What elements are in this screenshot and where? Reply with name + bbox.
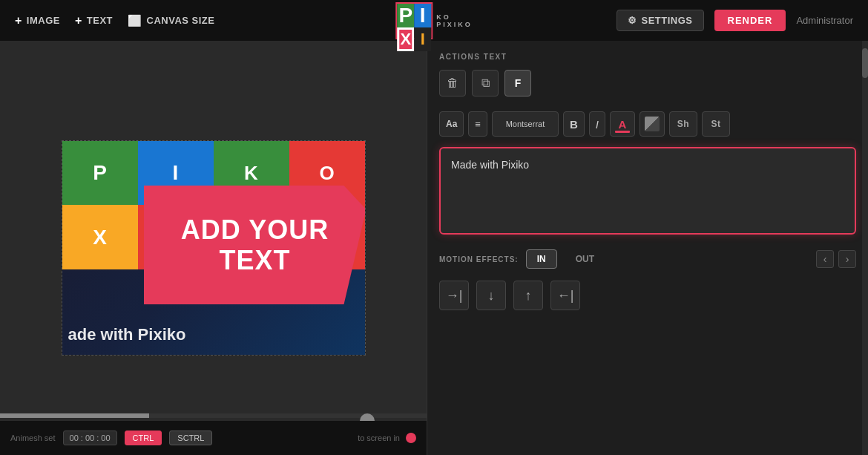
callout-shape: ADD YOUR TEXT [144,186,366,304]
action-icons-row: 🗑 ⧉ F [439,70,856,96]
align-icon: ≡ [475,119,481,130]
logo-cell-i: I [414,4,431,27]
canvas-tile-p: P [62,141,138,205]
logo-text-pixiko: PIXIKO [436,21,473,28]
font-size-button[interactable]: Aa [439,111,464,137]
panel-scrollbar-thumb [862,48,868,78]
canvas-size-button[interactable]: ⬜ CANVAS SIZE [128,14,214,27]
canvas-content: P I X I K O C O ade with Pixiko [62,140,366,356]
text-input-wrapper [439,147,856,235]
motion-icons-row: →| ↓ ↑ ←| [439,281,856,310]
align-button[interactable]: ≡ [468,111,487,137]
settings-button[interactable]: ⚙ SETTINGS [617,10,704,31]
add-text-button[interactable]: + TEXT [75,14,113,27]
bottom-right-controls: to screen in [358,433,416,443]
duplicate-button[interactable]: ⧉ [472,70,499,96]
italic-label: I [596,118,599,131]
main-area: P I X I K O C O ade with Pixiko [0,41,868,455]
canvas-size-label: CANVAS SIZE [147,15,215,26]
aa-icon: Aa [446,119,457,129]
motion-left-in-button[interactable]: ←| [550,281,580,310]
settings-label: SETTINGS [642,15,693,26]
logo-cell-i2: I [414,27,431,51]
admin-label: Administrator [796,15,853,26]
motion-out-tab[interactable]: OUT [565,249,605,269]
timeline-progress [0,413,149,418]
callout-text: ADD YOUR TEXT [181,215,329,276]
canvas-tile-x: X [62,205,138,269]
nav-right-group: ⚙ SETTINGS RENDER Administrator [617,10,853,31]
stroke-button[interactable]: St [702,111,730,137]
arrow-down-icon: ↓ [488,288,495,304]
text-label: TEXT [87,15,113,26]
font-name-label: Montserrat [506,120,545,128]
add-image-button[interactable]: + IMAGE [15,14,60,27]
timeline-right-text: to screen in [358,433,400,442]
nav-left-group: + IMAGE + TEXT ⬜ CANVAS SIZE [15,14,214,27]
canvas-bottom-text: ade with Pixiko [68,325,186,344]
timeline-time: 00 : 00 : 00 [63,431,117,445]
panel-scrollbar[interactable] [862,41,868,455]
motion-effects-row: MOTION EFFECTS: IN OUT ‹ › [439,249,856,269]
background-button[interactable] [640,111,665,137]
canvas-panel: P I X I K O C O ade with Pixiko [0,41,427,455]
gear-icon: ⚙ [628,15,637,26]
shadow-label: Sh [677,119,689,129]
ctrl2-button[interactable]: SCTRL [169,431,212,445]
arrow-left-in-icon: ←| [557,288,574,304]
delete-button[interactable]: 🗑 [439,70,466,96]
shadow-button[interactable]: Sh [669,111,697,137]
bg-icon [645,117,660,131]
color-a-label: A [619,118,627,131]
render-button[interactable]: RENDER [714,10,786,31]
canvas-background: P I X I K O C O ade with Pixiko [62,141,365,355]
logo-text-ko: KO [436,13,473,21]
text-color-button[interactable]: A [610,111,635,137]
right-panel: ACTIONS TEXT 🗑 ⧉ F Aa ≡ Montserrat [427,41,868,455]
motion-right-in-button[interactable]: →| [439,281,469,310]
trash-icon: 🗑 [447,76,458,90]
callout-line2: TEXT [181,245,329,275]
font-selector[interactable]: Montserrat [492,111,559,137]
arrow-up-icon: ↑ [525,288,532,304]
bottom-controls: Animesh set 00 : 00 : 00 CTRL SCTRL to s… [0,421,427,455]
image-label: IMAGE [27,15,60,26]
bold-label: B [570,118,578,131]
stroke-label: St [711,119,720,129]
motion-nav: ‹ › [816,250,856,268]
motion-prev-button[interactable]: ‹ [816,250,834,268]
ctrl1-button[interactable]: CTRL [125,431,162,445]
actions-text-label: ACTIONS TEXT [439,53,856,61]
top-navigation: + IMAGE + TEXT ⬜ CANVAS SIZE P I X I KO … [0,0,868,41]
motion-label: MOTION EFFECTS: [439,255,519,263]
motion-up-button[interactable]: ↑ [513,281,543,310]
plus-icon-text: + [75,14,82,27]
callout-line1: ADD YOUR [181,215,329,245]
motion-next-button[interactable]: › [838,250,856,268]
formatting-row: Aa ≡ Montserrat B I A Sh [439,111,856,137]
copy-icon: ⧉ [481,76,490,90]
bold-button[interactable]: B [563,111,585,137]
app-logo: P I X I KO PIXIKO [395,2,473,39]
format-button[interactable]: F [504,70,531,96]
record-indicator [406,433,416,443]
color-underline [615,131,630,133]
italic-button[interactable]: I [589,111,605,137]
timeline-start-text: Animesh set [10,433,56,442]
logo-cell-p: P [397,4,414,27]
logo-cell-x: X [397,27,414,51]
motion-in-tab[interactable]: IN [526,249,557,269]
plus-icon: + [15,14,22,27]
text-input[interactable] [441,148,855,230]
arrow-right-in-icon: →| [446,288,463,304]
motion-down-button[interactable]: ↓ [476,281,506,310]
format-icon: F [515,77,522,89]
canvas-icon: ⬜ [128,14,142,27]
